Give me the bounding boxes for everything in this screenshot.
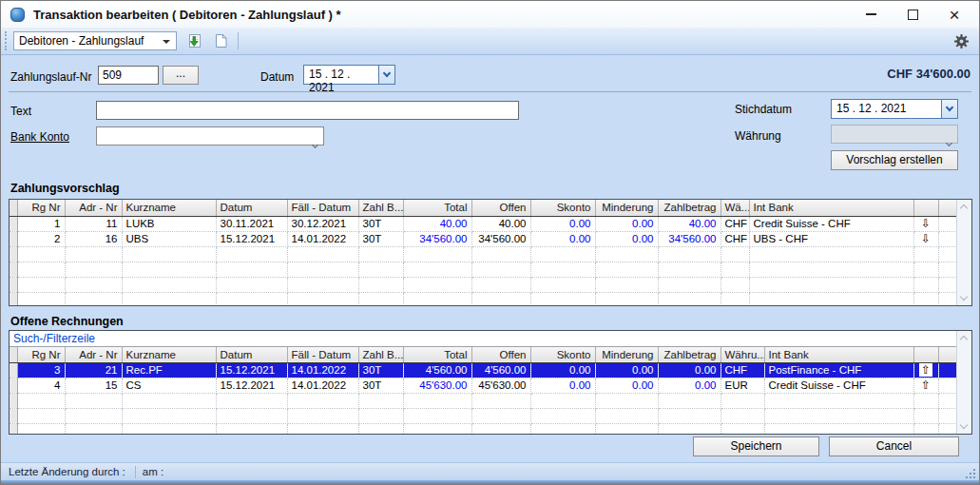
title-bar: Transaktion bearbeiten ( Debitoren - Zah… [1, 1, 979, 28]
move-down-icon[interactable]: ⇩ [913, 216, 938, 231]
cell-int-bank: Credit Suisse - CHF [764, 378, 913, 393]
datum-input[interactable]: 15 . 12 . 2021 [303, 65, 379, 85]
browse-button[interactable]: ... [163, 66, 199, 85]
stichdatum-dropdown-button[interactable] [941, 99, 958, 119]
col-zahl-b[interactable]: Zahl B... [358, 200, 403, 216]
col-offen[interactable]: Offen [471, 200, 530, 216]
col-skonto[interactable]: Skonto [530, 200, 595, 216]
move-up-icon[interactable]: ⇧ [913, 362, 938, 378]
cell-faell-datum: 14.01.2022 [287, 362, 358, 378]
maximize-button[interactable] [892, 1, 933, 28]
last-change-by-label: Letzte Änderung durch : [9, 466, 125, 477]
col-kurzname[interactable]: Kurzname [122, 200, 216, 216]
cell-rg-nr: 2 [17, 231, 65, 246]
col-offen[interactable]: Offen [471, 346, 530, 362]
col-minderung[interactable]: Minderung [595, 200, 658, 216]
scroll-down-icon[interactable] [960, 293, 968, 301]
minimize-icon [866, 13, 876, 15]
cell-adr-nr: 21 [65, 362, 122, 378]
cell-rg-nr: 1 [17, 216, 65, 231]
waehrung-select[interactable] [831, 125, 958, 144]
cell-waehrung: CHF [721, 216, 749, 231]
chevron-down-icon [946, 140, 952, 146]
zahlungslauf-nr-input[interactable] [98, 66, 159, 85]
transaction-type-select[interactable]: Debitoren - Zahlungslauf [13, 31, 177, 50]
chevron-down-icon [312, 142, 318, 148]
cell-waehrung: CHF [721, 362, 764, 378]
col-kurzname[interactable]: Kurzname [122, 346, 216, 362]
transaction-type-value: Debitoren - Zahlungslauf [19, 34, 144, 48]
minimize-button[interactable] [850, 1, 892, 28]
col-total[interactable]: Total [403, 346, 471, 362]
offene-rechnungen-title: Offene Rechnungen [10, 315, 124, 328]
datum-dropdown-button[interactable] [378, 65, 395, 85]
col-zahlbetrag[interactable]: Zahlbetrag [658, 346, 721, 362]
cell-datum: 15.12.2021 [216, 378, 287, 393]
waehrung-value [832, 128, 836, 142]
col-zahl-b[interactable]: Zahl B... [358, 346, 403, 362]
resize-grip-icon[interactable] [966, 469, 976, 479]
status-separator [135, 466, 136, 478]
vertical-scrollbar[interactable] [956, 200, 971, 305]
empty-row [10, 292, 956, 306]
col-adr-nr[interactable]: Adr - Nr [65, 346, 122, 362]
col-skonto[interactable]: Skonto [530, 346, 595, 362]
cell-kurzname: UBS [122, 231, 216, 246]
bank-konto-label[interactable]: Bank Konto [10, 130, 69, 144]
bottom-strip [1, 480, 979, 485]
cell-total: 4'560.00 [403, 362, 471, 378]
vertical-scrollbar[interactable] [956, 331, 971, 434]
col-rg-nr[interactable]: Rg Nr [17, 346, 65, 362]
col-adr-nr[interactable]: Adr - Nr [65, 200, 122, 216]
stichdatum-input[interactable]: 15 . 12 . 2021 [831, 99, 942, 119]
cell-int-bank: Credit Suisse - CHF [749, 216, 913, 231]
table-row[interactable]: 2 16 UBS 15.12.2021 14.01.2022 30T 34'56… [10, 231, 956, 246]
filter-row-label[interactable]: Such-/Filterzeile [10, 331, 956, 346]
new-document-button[interactable] [209, 30, 232, 51]
offene-rechnungen-grid: Such-/Filterzeile Rg Nr Adr - Nr Kurznam… [9, 330, 972, 435]
text-label: Text [10, 105, 31, 118]
cell-minderung: 0.00 [595, 231, 658, 246]
table-row[interactable]: 4 15 CS 15.12.2021 14.01.2022 30T 45'630… [10, 378, 956, 393]
total-amount: CHF 34'600.00 [887, 67, 970, 81]
scroll-up-icon[interactable] [960, 336, 968, 343]
move-up-icon[interactable]: ⇧ [913, 378, 938, 393]
empty-row [10, 277, 956, 292]
scroll-down-icon[interactable] [960, 421, 968, 429]
col-waehrung[interactable]: Wä... [721, 200, 749, 216]
table-row-selected[interactable]: 3 21 Rec.PF 15.12.2021 14.01.2022 30T 4'… [10, 362, 956, 378]
toolbar-grip[interactable] [5, 31, 8, 50]
close-button[interactable]: × [933, 1, 975, 28]
export-button[interactable] [182, 30, 204, 51]
col-minderung[interactable]: Minderung [595, 346, 658, 362]
col-zahlbetrag[interactable]: Zahlbetrag [658, 200, 721, 216]
cell-kurzname: CS [122, 378, 216, 393]
status-bar: Letzte Änderung durch : am : [1, 462, 979, 480]
col-waehrung[interactable]: Währu... [721, 346, 764, 362]
maximize-icon [908, 10, 918, 20]
save-button[interactable]: Speichern [693, 436, 819, 456]
text-input[interactable] [96, 101, 519, 120]
row-header [10, 346, 17, 362]
filter-row[interactable]: Such-/Filterzeile [10, 331, 956, 346]
col-spacer [938, 346, 956, 362]
waehrung-label: Währung [735, 129, 781, 143]
move-down-icon[interactable]: ⇩ [913, 231, 938, 246]
scroll-up-icon[interactable] [960, 204, 968, 212]
col-int-bank[interactable]: Int Bank [764, 346, 913, 362]
col-rg-nr[interactable]: Rg Nr [17, 200, 65, 216]
vorschlag-erstellen-button[interactable]: Vorschlag erstellen [831, 150, 958, 170]
bank-konto-select[interactable] [96, 126, 324, 146]
col-int-bank[interactable]: Int Bank [749, 200, 913, 216]
col-datum[interactable]: Datum [216, 346, 287, 362]
cancel-button[interactable]: Cancel [829, 436, 959, 456]
col-faell-datum[interactable]: Fäll - Datum [287, 200, 358, 216]
col-spacer [938, 200, 956, 216]
cell-rg-nr: 3 [17, 362, 65, 378]
col-faell-datum[interactable]: Fäll - Datum [287, 346, 358, 362]
table-row[interactable]: 1 11 LUKB 30.11.2021 30.12.2021 30T 40.0… [10, 216, 956, 231]
settings-button[interactable] [953, 33, 970, 49]
col-datum[interactable]: Datum [216, 200, 287, 216]
zahlungsvorschlag-table: Rg Nr Adr - Nr Kurzname Datum Fäll - Dat… [10, 200, 957, 306]
col-total[interactable]: Total [403, 200, 471, 216]
